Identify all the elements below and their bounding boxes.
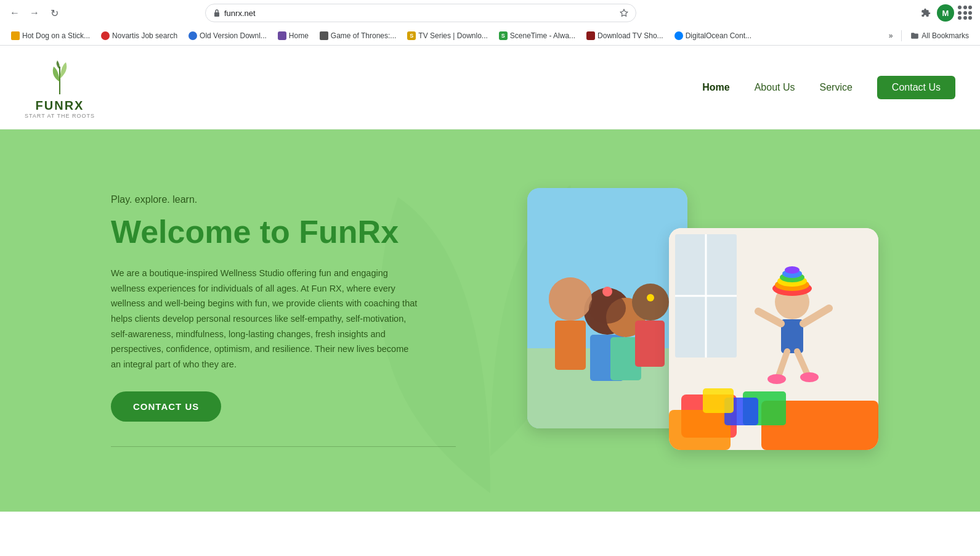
svg-point-15 [602, 287, 612, 296]
extensions-icon[interactable] [918, 6, 933, 20]
logo-area: FUNRX START AT THE ROOTS [25, 55, 95, 119]
nav-about-us[interactable]: About Us [755, 82, 795, 93]
bookmarks-more-button[interactable]: » [884, 30, 898, 42]
site-nav: Home About Us Service Contact Us [702, 76, 955, 99]
all-bookmarks-button[interactable]: All Bookmarks [905, 30, 974, 42]
leaf-logo-icon [41, 57, 78, 97]
hero-content: Play. explore. learn. Welcome to FunRx W… [111, 194, 456, 448]
logo-text: FUNRX [36, 99, 84, 113]
hero-section: Play. explore. learn. Welcome to FunRx W… [0, 129, 980, 512]
bookmark-oldversion[interactable]: Old Version Downl... [184, 30, 272, 42]
bookmark-novartis[interactable]: Novartis Job search [96, 30, 182, 42]
logo-image [41, 55, 78, 99]
star-icon [620, 9, 628, 17]
svg-point-11 [632, 284, 669, 321]
browser-toolbar: ← → ↻ funrx.net M [0, 0, 980, 26]
bookmark-digitalocean[interactable]: DigitalOcean Cont... [670, 30, 756, 42]
hero-description: We are a boutique-inspired Wellness Stud… [111, 266, 419, 372]
nav-home[interactable]: Home [702, 82, 729, 93]
bookmark-hotdog[interactable]: Hot Dog on a Stick... [6, 30, 95, 42]
bookmarks-separator [901, 30, 902, 41]
site-header: FUNRX START AT THE ROOTS Home About Us S… [0, 46, 980, 129]
toolbar-right: M [918, 4, 973, 22]
nav-contact-us-button[interactable]: Contact Us [877, 76, 955, 99]
hero-tagline: Play. explore. learn. [111, 194, 456, 205]
svg-point-14 [589, 293, 626, 324]
bookmark-tvseries[interactable]: S TV Series | Downlo... [402, 30, 493, 42]
svg-point-16 [647, 294, 654, 301]
browser-chrome: ← → ↻ funrx.net M [0, 0, 980, 46]
logo-tagline: START AT THE ROOTS [25, 113, 95, 119]
bookmark-home[interactable]: Home [273, 30, 314, 42]
bookmark-got[interactable]: Game of Thrones:... [315, 30, 402, 42]
svg-point-33 [785, 266, 800, 274]
url-text: funrx.net [224, 9, 616, 18]
child-jumping-illustration [669, 228, 878, 450]
address-bar[interactable]: funrx.net [205, 4, 636, 22]
hero-images [456, 173, 931, 468]
svg-rect-0 [214, 12, 219, 17]
svg-rect-6 [555, 321, 586, 370]
website: FUNRX START AT THE ROOTS Home About Us S… [0, 46, 980, 512]
svg-point-13 [549, 277, 592, 321]
hero-image-child [669, 228, 878, 450]
hero-contact-us-button[interactable]: CONTACT US [111, 391, 221, 422]
reload-button[interactable]: ↻ [47, 6, 62, 20]
bookmarks-bar: Hot Dog on a Stick... Novartis Job searc… [0, 26, 980, 46]
svg-point-39 [767, 374, 786, 384]
svg-point-40 [800, 372, 819, 382]
svg-marker-1 [620, 9, 628, 16]
lock-icon [213, 9, 221, 17]
people-group-illustration [527, 188, 687, 428]
nav-service[interactable]: Service [820, 82, 852, 93]
bookmark-scenetime[interactable]: S SceneTime - Alwa... [494, 30, 580, 42]
svg-rect-22 [669, 410, 731, 450]
profile-avatar[interactable]: M [937, 4, 954, 22]
forward-button[interactable]: → [27, 6, 42, 20]
svg-rect-26 [703, 388, 734, 413]
apps-button[interactable] [958, 6, 973, 20]
svg-rect-12 [635, 321, 665, 367]
folder-icon [910, 31, 919, 40]
hero-divider [111, 446, 456, 447]
hero-image-people [527, 188, 687, 428]
back-button[interactable]: ← [7, 6, 22, 20]
hero-title: Welcome to FunRx [111, 213, 456, 251]
bookmark-downloadtv[interactable]: Download TV Sho... [581, 30, 668, 42]
